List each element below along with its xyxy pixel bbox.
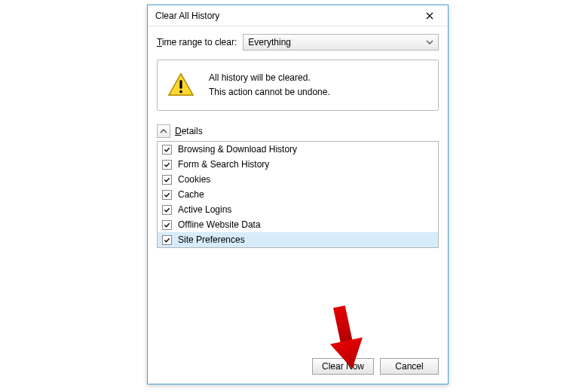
- time-range-select[interactable]: Everything: [243, 34, 439, 51]
- checkbox[interactable]: [162, 220, 172, 230]
- warning-text: All history will be cleared. This action…: [209, 71, 330, 100]
- svg-rect-0: [179, 81, 182, 89]
- warning-box: All history will be cleared. This action…: [157, 60, 439, 111]
- check-icon: [164, 222, 170, 228]
- details-list: Browsing & Download HistoryForm & Search…: [157, 141, 439, 248]
- clear-history-dialog: Clear All History Time range to clear: E…: [147, 5, 449, 384]
- list-item-label: Form & Search History: [178, 159, 269, 170]
- chevron-up-icon: [160, 127, 167, 135]
- check-icon: [164, 146, 170, 153]
- warning-line-1: All history will be cleared.: [209, 71, 330, 85]
- list-item[interactable]: Offline Website Data: [158, 217, 438, 232]
- button-row: Clear Now Cancel: [312, 358, 439, 375]
- list-item-label: Browsing & Download History: [178, 144, 297, 155]
- checkbox[interactable]: [162, 190, 172, 200]
- check-icon: [164, 161, 170, 168]
- list-item-label: Active Logins: [178, 204, 231, 215]
- time-range-label: Time range to clear:: [157, 37, 237, 47]
- check-icon: [164, 191, 170, 198]
- time-range-value: Everything: [248, 37, 291, 47]
- list-item[interactable]: Cache: [158, 187, 438, 202]
- list-item-label: Site Preferences: [178, 234, 245, 245]
- list-item[interactable]: Cookies: [158, 172, 438, 187]
- svg-point-1: [179, 90, 182, 93]
- dialog-title: Clear All History: [155, 11, 219, 21]
- clear-now-button[interactable]: Clear Now: [312, 358, 374, 375]
- checkbox[interactable]: [162, 205, 172, 215]
- time-range-row: Time range to clear: Everything: [157, 34, 439, 51]
- check-icon: [164, 237, 170, 243]
- details-label: Details: [175, 126, 203, 136]
- warning-icon: [167, 71, 195, 100]
- list-item[interactable]: Browsing & Download History: [158, 142, 438, 157]
- list-item-label: Offline Website Data: [178, 219, 261, 230]
- dialog-body: Time range to clear: Everything All hist…: [148, 26, 448, 256]
- checkbox[interactable]: [162, 160, 172, 170]
- close-button[interactable]: [415, 7, 445, 25]
- titlebar: Clear All History: [148, 5, 448, 26]
- check-icon: [164, 176, 170, 183]
- close-icon: [426, 12, 433, 20]
- list-item[interactable]: Form & Search History: [158, 157, 438, 172]
- details-toggle[interactable]: [157, 124, 170, 138]
- checkbox[interactable]: [162, 145, 172, 155]
- list-item[interactable]: Site Preferences: [158, 232, 438, 247]
- warning-line-2: This action cannot be undone.: [209, 85, 330, 100]
- list-item-label: Cookies: [178, 174, 210, 185]
- list-item-label: Cache: [178, 189, 204, 200]
- list-item[interactable]: Active Logins: [158, 202, 438, 217]
- cancel-button[interactable]: Cancel: [380, 358, 439, 375]
- check-icon: [164, 207, 170, 213]
- details-header: Details: [157, 124, 439, 138]
- checkbox[interactable]: [162, 235, 172, 245]
- chevron-down-icon: [426, 38, 433, 46]
- checkbox[interactable]: [162, 175, 172, 185]
